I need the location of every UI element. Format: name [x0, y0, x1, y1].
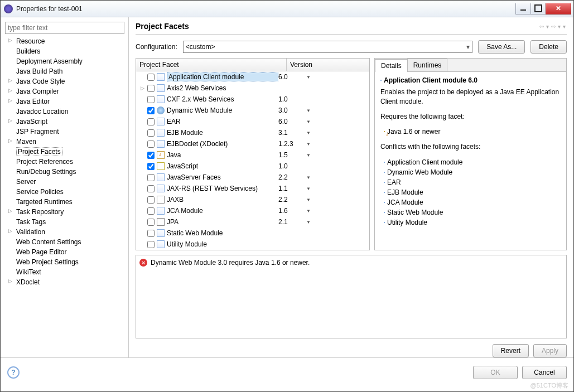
facet-row[interactable]: JAXB2.2▼ — [136, 194, 369, 205]
facet-checkbox[interactable] — [147, 207, 155, 215]
sidebar-item[interactable]: Java Editor — [5, 96, 124, 107]
facet-checkbox[interactable] — [147, 185, 155, 192]
list-item: JCA Module — [384, 197, 561, 207]
sidebar-item[interactable]: Java Code Style — [5, 76, 124, 86]
facet-table: Project Facet Version Application Client… — [136, 58, 370, 250]
facet-checkbox[interactable] — [147, 107, 155, 114]
sidebar-item[interactable]: JSP Fragment — [5, 127, 124, 137]
facet-version: 1.1 — [278, 185, 306, 192]
sidebar-item[interactable]: Run/Debug Settings — [5, 167, 124, 177]
facet-col-name[interactable]: Project Facet — [136, 59, 287, 71]
save-as-button[interactable]: Save As... — [478, 40, 525, 54]
revert-button[interactable]: Revert — [493, 344, 529, 357]
facet-version: 1.6 — [278, 207, 306, 215]
close-button[interactable] — [546, 3, 571, 14]
facet-row[interactable]: JAX-RS (REST Web Services)1.1▼ — [136, 183, 369, 194]
file-icon — [384, 202, 385, 203]
sidebar-item[interactable]: Javadoc Location — [5, 107, 124, 117]
facet-version: 1.0 — [278, 162, 306, 170]
configuration-label: Configuration: — [136, 43, 177, 51]
facet-row[interactable]: CXF 2.x Web Services1.0 — [136, 94, 369, 105]
facet-checkbox[interactable] — [147, 96, 155, 103]
facet-version: 2.2 — [278, 173, 306, 181]
sidebar-item[interactable]: JavaScript — [5, 117, 124, 127]
delete-button[interactable]: Delete — [530, 40, 567, 54]
configuration-combo[interactable]: <custom> — [183, 41, 473, 53]
version-dropdown[interactable]: ▼ — [306, 130, 313, 135]
list-item: EAR — [384, 177, 561, 187]
version-dropdown[interactable]: ▼ — [306, 197, 313, 202]
facet-checkbox[interactable] — [147, 196, 155, 204]
facet-row[interactable]: ▷Axis2 Web Services — [136, 83, 369, 94]
facet-row[interactable]: JCA Module1.6▼ — [136, 205, 369, 216]
sidebar-item[interactable]: Resource — [5, 36, 124, 46]
version-dropdown[interactable]: ▼ — [306, 186, 313, 191]
ok-button[interactable]: OK — [473, 366, 518, 379]
tab-details[interactable]: Details — [375, 59, 408, 72]
facet-row[interactable]: Static Web Module — [136, 228, 369, 239]
sidebar-item[interactable]: Task Tags — [5, 217, 124, 227]
facet-row[interactable]: EJB Module3.1▼ — [136, 127, 369, 138]
facet-checkbox[interactable] — [147, 163, 155, 170]
version-dropdown[interactable]: ▼ — [306, 142, 313, 147]
facet-checkbox[interactable] — [147, 230, 155, 237]
tab-runtimes[interactable]: Runtimes — [407, 59, 448, 71]
facet-row[interactable]: JavaScript1.0 — [136, 161, 369, 172]
list-item: EJB Module — [384, 187, 561, 197]
sidebar-item[interactable]: Java Compiler — [5, 86, 124, 96]
facet-row[interactable]: Utility Module — [136, 239, 369, 250]
filter-input[interactable] — [5, 22, 124, 34]
sidebar-item[interactable]: Web Page Editor — [5, 247, 124, 257]
version-dropdown[interactable]: ▼ — [306, 75, 313, 80]
version-dropdown[interactable]: ▼ — [306, 175, 313, 180]
version-dropdown[interactable]: ▼ — [306, 153, 313, 158]
sidebar-item[interactable]: Server — [5, 177, 124, 187]
sidebar-item[interactable]: Deployment Assembly — [5, 56, 124, 66]
sidebar-item[interactable]: Builders — [5, 46, 124, 56]
minimize-button[interactable] — [515, 3, 531, 14]
facet-checkbox[interactable] — [147, 74, 155, 81]
cancel-button[interactable]: Cancel — [522, 366, 567, 379]
version-dropdown[interactable]: ▼ — [306, 209, 313, 214]
file-icon — [157, 240, 165, 248]
facet-checkbox[interactable] — [147, 241, 155, 248]
help-icon[interactable]: ? — [7, 366, 20, 379]
file-icon — [157, 73, 165, 81]
sidebar-item[interactable]: Maven — [5, 137, 124, 147]
facet-row[interactable]: JavaServer Faces2.2▼ — [136, 172, 369, 183]
facet-row[interactable]: EJBDoclet (XDoclet)1.2.3▼ — [136, 138, 369, 149]
facet-col-version[interactable]: Version — [287, 59, 369, 71]
version-dropdown[interactable]: ▼ — [306, 220, 313, 225]
jpa-icon — [157, 218, 165, 226]
sidebar-item[interactable]: Project References — [5, 157, 124, 167]
facet-checkbox[interactable] — [147, 141, 155, 148]
apply-button[interactable]: Apply — [533, 344, 567, 357]
facet-row[interactable]: Java1.5▼ — [136, 149, 369, 161]
facet-row[interactable]: EAR6.0▼ — [136, 116, 369, 127]
sidebar-item[interactable]: Web Content Settings — [5, 237, 124, 247]
facet-row[interactable]: JPA2.1▼ — [136, 216, 369, 228]
version-dropdown[interactable]: ▼ — [306, 119, 313, 124]
version-dropdown[interactable]: ▼ — [306, 108, 313, 113]
file-icon — [380, 80, 382, 81]
facet-row[interactable]: Application Client module6.0▼ — [136, 71, 369, 83]
facet-row[interactable]: Dynamic Web Module3.0▼ — [136, 105, 369, 116]
facet-version: 2.2 — [278, 196, 306, 204]
facet-checkbox[interactable] — [147, 152, 155, 159]
facet-checkbox[interactable] — [147, 118, 155, 125]
sidebar-item[interactable]: Java Build Path — [5, 66, 124, 76]
maximize-button[interactable] — [530, 3, 546, 14]
sidebar-item[interactable]: XDoclet — [5, 277, 124, 287]
sidebar-item[interactable]: Targeted Runtimes — [5, 197, 124, 207]
sidebar-item[interactable]: Web Project Settings — [5, 257, 124, 267]
sidebar-item[interactable]: Service Policies — [5, 187, 124, 197]
sidebar-item[interactable]: Task Repository — [5, 207, 124, 217]
facet-checkbox[interactable] — [147, 85, 155, 92]
nav-arrows[interactable]: ⇦▾⇨▾▾ — [538, 22, 567, 30]
sidebar-item[interactable]: Project Facets — [5, 147, 124, 157]
facet-checkbox[interactable] — [147, 129, 155, 137]
sidebar-item[interactable]: Validation — [5, 227, 124, 237]
facet-checkbox[interactable] — [147, 174, 155, 181]
facet-checkbox[interactable] — [147, 219, 155, 226]
sidebar-item[interactable]: WikiText — [5, 267, 124, 277]
